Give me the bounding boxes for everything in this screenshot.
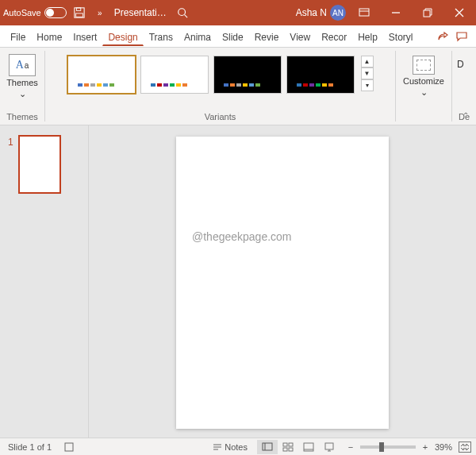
qat-overflow-icon[interactable]: »: [92, 5, 108, 21]
variant-scroll-down[interactable]: ▼: [361, 67, 374, 79]
slide-number: 1: [8, 135, 13, 194]
comments-icon[interactable]: [452, 27, 471, 46]
slide-size-icon: [413, 56, 435, 75]
customize-button[interactable]: Customize ⌄: [401, 51, 447, 98]
avatar: AN: [330, 5, 346, 21]
variant-more[interactable]: ▾: [361, 79, 374, 91]
view-normal-icon[interactable]: [257, 440, 278, 454]
svg-rect-2: [75, 13, 83, 17]
title-bar: AutoSave » Presentati… Asha N AN: [0, 0, 476, 25]
variant-3[interactable]: [213, 56, 282, 94]
tab-insert[interactable]: Insert: [67, 26, 102, 47]
svg-point-3: [178, 9, 185, 16]
themes-icon: Aa: [9, 54, 36, 76]
svg-rect-23: [325, 443, 333, 449]
tab-review[interactable]: Revie: [249, 26, 285, 47]
menu-bar: File Home Insert Design Trans Anima Slid…: [0, 25, 476, 48]
variants-gallery: ▲ ▼ ▾: [67, 51, 374, 94]
svg-rect-15: [263, 443, 272, 450]
zoom-slider-knob[interactable]: [379, 442, 384, 452]
zoom-out-button[interactable]: −: [346, 442, 355, 452]
variant-1[interactable]: [67, 56, 136, 94]
notes-button[interactable]: Notes: [209, 441, 251, 453]
designer-button-trunc[interactable]: D: [457, 51, 471, 105]
view-slideshow-icon[interactable]: [319, 440, 340, 454]
tab-design[interactable]: Design: [102, 26, 143, 46]
tab-storyline[interactable]: Storyl: [383, 26, 419, 47]
view-sorter-icon[interactable]: [278, 440, 298, 454]
svg-rect-17: [283, 443, 287, 446]
autosave-label: AutoSave: [3, 8, 41, 17]
zoom-control: − + 39%: [346, 442, 452, 452]
collapse-ribbon-icon[interactable]: ⌃: [459, 109, 473, 121]
fit-to-window-icon[interactable]: [459, 442, 471, 453]
thumbnail-panel: 1: [0, 125, 89, 438]
thumbnail-item[interactable]: 1: [8, 135, 88, 194]
tab-slideshow[interactable]: Slide: [217, 26, 249, 47]
tab-record[interactable]: Recor: [316, 26, 352, 47]
variant-scroll-up[interactable]: ▲: [361, 56, 374, 67]
tab-animations[interactable]: Anima: [178, 26, 217, 47]
svg-rect-20: [289, 448, 293, 451]
slide-thumbnail[interactable]: [18, 135, 61, 194]
themes-label: Themes: [6, 78, 38, 87]
editor-area: 1 @thegeekpage.com: [0, 125, 476, 438]
svg-rect-5: [359, 9, 369, 16]
group-customize: Customize ⌄: [396, 48, 451, 125]
group-label-themes: Themes: [6, 112, 38, 123]
tab-view[interactable]: View: [284, 26, 316, 47]
tab-file[interactable]: File: [5, 26, 31, 47]
slide-counter[interactable]: Slide 1 of 1: [5, 441, 55, 453]
save-icon[interactable]: [71, 5, 87, 21]
view-reading-icon[interactable]: [298, 440, 319, 454]
status-bar: Slide 1 of 1 Notes − + 39%: [0, 438, 476, 455]
restore-button[interactable]: [414, 0, 441, 25]
variant-4[interactable]: [286, 56, 355, 94]
chevron-down-icon: ⌄: [420, 87, 428, 98]
zoom-slider[interactable]: [360, 445, 416, 449]
watermark-text: @thegeekpage.com: [192, 230, 292, 243]
chevron-down-icon: ⌄: [19, 89, 26, 99]
document-title: Presentati…: [114, 7, 167, 18]
slide[interactable]: [176, 137, 389, 429]
tab-home[interactable]: Home: [31, 26, 67, 47]
view-buttons: [257, 440, 340, 454]
user-name-label: Asha N: [296, 7, 327, 18]
share-icon[interactable]: [433, 27, 452, 46]
variant-scroll: ▲ ▼ ▾: [361, 56, 374, 91]
slide-counter-label: Slide 1 of 1: [8, 442, 52, 452]
zoom-percent[interactable]: 39%: [435, 442, 452, 452]
ribbon-display-options-icon[interactable]: [351, 0, 378, 25]
svg-line-4: [184, 15, 187, 18]
themes-button[interactable]: Aa Themes ⌄: [5, 51, 40, 105]
ribbon: Aa Themes ⌄ Themes ▲ ▼ ▾ V: [0, 48, 476, 125]
svg-rect-18: [289, 443, 293, 446]
search-icon[interactable]: [175, 5, 190, 21]
svg-rect-19: [283, 448, 287, 451]
autosave-toggle[interactable]: AutoSave: [3, 7, 67, 18]
notes-label: Notes: [225, 442, 248, 452]
customize-label: Customize: [403, 76, 444, 86]
tab-help[interactable]: Help: [352, 26, 383, 47]
close-button[interactable]: [446, 0, 473, 25]
tab-transitions[interactable]: Trans: [144, 26, 178, 47]
variant-2[interactable]: [140, 56, 209, 94]
minimize-button[interactable]: [382, 0, 409, 25]
group-themes: Aa Themes ⌄ Themes: [0, 48, 44, 125]
toggle-off-icon: [44, 7, 67, 18]
svg-rect-8: [424, 10, 430, 17]
slide-canvas-area[interactable]: @thegeekpage.com: [89, 125, 476, 438]
svg-rect-11: [65, 443, 73, 451]
zoom-in-button[interactable]: +: [420, 442, 430, 452]
accessibility-icon[interactable]: [61, 441, 77, 453]
account-button[interactable]: Asha N AN: [296, 5, 346, 21]
group-label-variants: Variants: [205, 112, 236, 123]
group-variants: ▲ ▼ ▾ Variants: [45, 48, 395, 125]
